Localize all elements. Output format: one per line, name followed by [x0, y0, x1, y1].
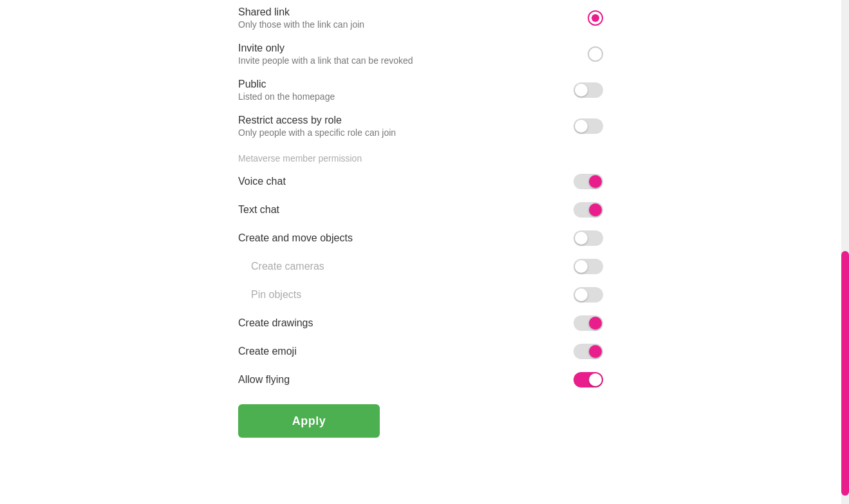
permissions-heading: Metaverse member permission	[238, 144, 603, 167]
invite-only-title: Invite only	[238, 42, 413, 54]
restrict-access-text: Restrict access by role Only people with…	[238, 115, 396, 138]
apply-button-container: Apply	[238, 394, 603, 451]
shared-link-radio[interactable]	[588, 10, 603, 26]
scrollbar-track[interactable]	[841, 0, 849, 504]
shared-link-row: Shared link Only those with the link can…	[238, 0, 603, 36]
create-drawings-row: Create drawings	[238, 309, 603, 337]
create-drawings-toggle[interactable]	[574, 315, 603, 331]
restrict-access-toggle[interactable]	[574, 118, 603, 134]
restrict-access-desc: Only people with a specific role can joi…	[238, 127, 396, 138]
allow-flying-toggle[interactable]	[574, 372, 603, 387]
text-chat-row: Text chat	[238, 196, 603, 224]
pin-objects-label: Pin objects	[251, 289, 301, 301]
public-label: Public	[238, 79, 335, 90]
public-toggle-thumb	[575, 84, 588, 97]
create-emoji-label: Create emoji	[238, 346, 297, 357]
shared-link-title: Shared link	[238, 6, 364, 18]
page-container: Shared link Only those with the link can…	[0, 0, 849, 504]
create-cameras-toggle-thumb	[575, 260, 588, 273]
pin-objects-toggle-thumb	[575, 288, 588, 301]
restrict-access-label: Restrict access by role	[238, 115, 396, 126]
text-chat-toggle[interactable]	[574, 202, 603, 218]
create-move-objects-label: Create and move objects	[238, 232, 353, 244]
pin-objects-row: Pin objects	[238, 281, 603, 309]
public-desc: Listed on the homepage	[238, 91, 335, 102]
create-drawings-label: Create drawings	[238, 317, 313, 329]
create-cameras-label: Create cameras	[251, 261, 324, 272]
create-move-objects-toggle-thumb	[575, 232, 588, 245]
voice-chat-toggle-thumb	[589, 175, 602, 188]
text-chat-toggle-thumb	[589, 203, 602, 216]
allow-flying-toggle-thumb	[589, 373, 602, 386]
apply-button[interactable]: Apply	[238, 404, 380, 438]
create-emoji-row: Create emoji	[238, 337, 603, 366]
shared-link-desc: Only those with the link can join	[238, 19, 364, 30]
create-emoji-toggle-thumb	[589, 345, 602, 358]
create-cameras-row: Create cameras	[238, 252, 603, 281]
shared-link-text: Shared link Only those with the link can…	[238, 6, 364, 30]
create-emoji-toggle[interactable]	[574, 344, 603, 359]
public-row: Public Listed on the homepage	[238, 72, 603, 108]
scrollbar-thumb[interactable]	[841, 251, 849, 496]
invite-only-radio[interactable]	[588, 46, 603, 62]
create-move-objects-toggle[interactable]	[574, 230, 603, 246]
invite-only-desc: Invite people with a link that can be re…	[238, 55, 413, 66]
content-area: Shared link Only those with the link can…	[0, 0, 841, 451]
create-cameras-toggle[interactable]	[574, 259, 603, 274]
allow-flying-row: Allow flying	[238, 366, 603, 394]
restrict-access-row: Restrict access by role Only people with…	[238, 108, 603, 144]
invite-only-row: Invite only Invite people with a link th…	[238, 36, 603, 72]
create-move-objects-row: Create and move objects	[238, 224, 603, 252]
create-drawings-toggle-thumb	[589, 317, 602, 330]
invite-only-text: Invite only Invite people with a link th…	[238, 42, 413, 66]
text-chat-label: Text chat	[238, 204, 279, 216]
public-text: Public Listed on the homepage	[238, 79, 335, 102]
allow-flying-label: Allow flying	[238, 374, 290, 386]
voice-chat-toggle[interactable]	[574, 174, 603, 189]
public-toggle[interactable]	[574, 82, 603, 98]
restrict-access-toggle-thumb	[575, 120, 588, 133]
voice-chat-row: Voice chat	[238, 167, 603, 196]
pin-objects-toggle[interactable]	[574, 287, 603, 303]
voice-chat-label: Voice chat	[238, 176, 286, 187]
